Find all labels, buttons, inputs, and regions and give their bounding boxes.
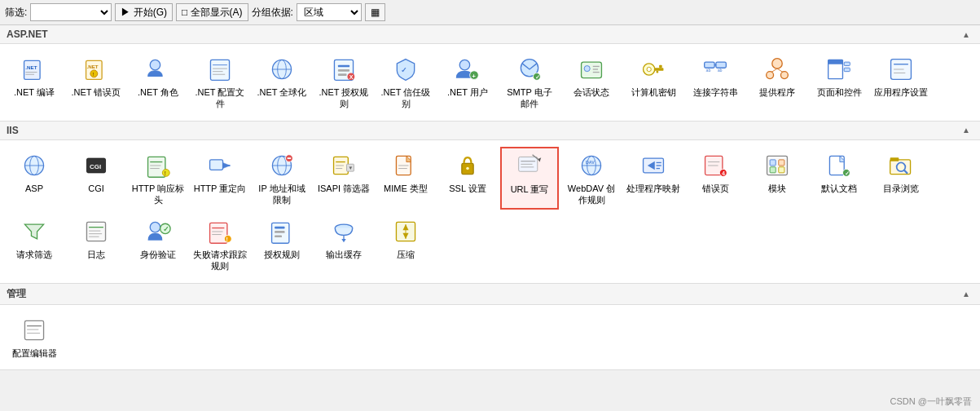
svg-rect-53: [844, 68, 850, 71]
icon-item-module[interactable]: 模块: [748, 147, 806, 210]
icon-label-mime: MIME 类型: [384, 183, 428, 194]
filter-select[interactable]: [30, 3, 112, 21]
icon-item-net-global[interactable]: .NET 全球化: [253, 51, 311, 114]
svg-rect-9: [210, 60, 229, 80]
section-content-iis: ASPCGICGI!HTTP 响应标头HTTP 重定向IP 地址和域限制▼ISA…: [0, 140, 980, 283]
svg-rect-20: [338, 73, 347, 76]
section-header-aspnet: ASP.NET▲: [0, 25, 980, 44]
net_config-icon: [205, 55, 235, 84]
session-icon: [577, 55, 606, 84]
ip_restrict-icon: [267, 151, 297, 180]
view-button[interactable]: ▦: [365, 3, 385, 21]
dir_browse-icon: [886, 151, 916, 180]
icon-item-connstr[interactable]: abab连接字符串: [686, 51, 745, 114]
svg-rect-52: [844, 62, 850, 65]
icon-item-http-response[interactable]: !HTTP 响应标头: [129, 147, 187, 210]
icon-item-session[interactable]: 会话状态: [562, 51, 621, 114]
net_error-icon: .NET!: [81, 55, 111, 84]
svg-text:ab: ab: [718, 68, 723, 73]
section-content-aspnet: .NET.NET 编译.NET!.NET 错误页.NET 角色.NET 配置文件…: [0, 44, 980, 121]
net_user-icon: +: [453, 55, 482, 84]
icon-label-net-compile: .NET 编译: [14, 86, 55, 98]
collapse-btn-management[interactable]: ▲: [959, 289, 973, 298]
icon-label-auth: 身份验证: [140, 249, 176, 260]
svg-text:CGI: CGI: [90, 162, 101, 170]
icon-item-net-user[interactable]: +.NET 用户: [438, 51, 497, 114]
section-title-management: 管理: [7, 287, 26, 301]
svg-rect-117: [890, 157, 899, 161]
icon-item-pagecontrol[interactable]: 页面和控件: [810, 51, 868, 114]
section-aspnet: ASP.NET▲.NET.NET 编译.NET!.NET 错误页.NET 角色.…: [0, 25, 980, 122]
icon-item-ssl[interactable]: SSL 设置: [438, 147, 497, 210]
svg-rect-120: [86, 223, 105, 241]
icon-item-log[interactable]: 日志: [67, 213, 125, 276]
icon-item-provider[interactable]: 提供程序: [748, 51, 806, 114]
start-button[interactable]: ▶ 开始(G): [115, 3, 173, 21]
icon-label-cgi: CGI: [88, 183, 104, 194]
icon-item-request-filter[interactable]: 请求筛选: [5, 213, 64, 276]
icon-item-net-error[interactable]: .NET!.NET 错误页: [67, 51, 125, 114]
provider-icon: [762, 55, 792, 84]
cgi-icon: CGI: [81, 151, 111, 180]
icon-item-asp[interactable]: ASP: [5, 147, 64, 210]
icon-item-machinekey[interactable]: 计算机密钥: [624, 51, 683, 114]
icon-item-errorpage[interactable]: 4错误页: [686, 147, 745, 210]
icon-item-authz[interactable]: 授权规则: [253, 213, 311, 276]
icon-item-webdav[interactable]: DAVWebDAV 创作规则: [562, 147, 621, 210]
svg-text:✓: ✓: [845, 170, 850, 177]
svg-text:!: !: [165, 170, 166, 176]
icon-item-net-trust[interactable]: ✓.NET 信任级别: [376, 51, 435, 114]
icon-label-net-error: .NET 错误页: [72, 86, 121, 98]
net_role-icon: [143, 55, 173, 84]
icon-item-handler[interactable]: 处理程序映射: [624, 147, 683, 210]
icon-label-net-global: .NET 全球化: [257, 86, 307, 98]
icon-item-mime[interactable]: MIME 类型: [376, 147, 435, 210]
section-title-iis: IIS: [7, 125, 19, 136]
svg-text:+: +: [472, 73, 476, 80]
icon-item-smtp[interactable]: ✓SMTP 电子邮件: [500, 51, 559, 114]
icon-item-net-auth[interactable]: X.NET 授权规则: [314, 51, 373, 114]
failed_request-icon: !: [205, 217, 235, 246]
icon-item-ip-restrict[interactable]: IP 地址和域限制: [253, 147, 311, 210]
icon-item-net-config[interactable]: .NET 配置文件: [191, 51, 249, 114]
icon-label-output-cache: 输出缓存: [326, 249, 362, 260]
icon-item-auth[interactable]: ✓身份验证: [129, 213, 187, 276]
show-all-button[interactable]: □ 全部显示(A): [176, 3, 248, 21]
icon-item-appconfig[interactable]: 应用程序设置: [872, 51, 930, 114]
icon-label-request-filter: 请求筛选: [16, 249, 52, 260]
svg-line-48: [771, 68, 777, 72]
collapse-btn-iis[interactable]: ▲: [959, 126, 973, 135]
icon-item-cgi[interactable]: CGICGI: [67, 147, 125, 210]
svg-rect-136: [275, 231, 284, 233]
log-icon: [81, 217, 111, 246]
svg-rect-37: [654, 68, 664, 71]
icon-item-isapi[interactable]: ▼ISAPI 筛选器: [314, 147, 373, 210]
svg-marker-93: [538, 157, 542, 161]
icon-item-default-doc[interactable]: ✓默认文档: [810, 147, 868, 210]
svg-point-47: [780, 72, 788, 79]
icon-item-config-editor[interactable]: 配置编辑器: [5, 312, 64, 363]
icon-label-config-editor: 配置编辑器: [12, 347, 57, 359]
svg-text:✓: ✓: [401, 66, 407, 74]
icon-item-net-compile[interactable]: .NET.NET 编译: [5, 51, 64, 114]
icon-item-compress[interactable]: 压缩: [376, 213, 435, 276]
icon-item-urlrewrite[interactable]: URL 重写: [500, 147, 559, 210]
svg-point-87: [466, 166, 469, 170]
svg-rect-38: [659, 65, 662, 68]
svg-text:4: 4: [722, 170, 725, 177]
icon-label-net-user: .NET 用户: [447, 86, 488, 98]
icon-label-net-trust: .NET 信任级别: [379, 86, 433, 110]
group-select[interactable]: 区域: [297, 3, 362, 21]
svg-rect-110: [779, 159, 784, 165]
icon-item-output-cache[interactable]: 输出缓存: [314, 213, 373, 276]
svg-point-36: [647, 67, 651, 71]
icon-item-failed-request[interactable]: !失败请求跟踪规则: [191, 213, 249, 276]
icon-item-dir-browse[interactable]: 目录浏览: [872, 147, 930, 210]
icon-label-connstr: 连接字符串: [693, 86, 738, 98]
icon-item-http-redirect[interactable]: HTTP 重定向: [191, 147, 249, 210]
collapse-btn-aspnet[interactable]: ▲: [959, 30, 973, 39]
compress-icon: [391, 217, 420, 246]
icon-label-http-response: HTTP 响应标头: [131, 183, 185, 206]
section-header-management: 管理▲: [0, 284, 980, 305]
icon-item-net-role[interactable]: .NET 角色: [129, 51, 187, 114]
